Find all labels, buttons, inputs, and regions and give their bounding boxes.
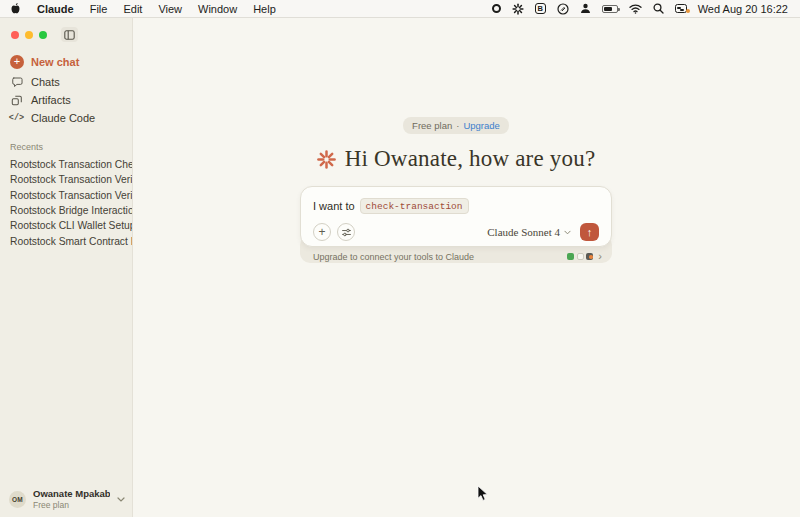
sidebar-item-label: Artifacts [31, 94, 71, 106]
menu-view[interactable]: View [158, 3, 182, 15]
send-button[interactable]: ↑ [580, 223, 599, 241]
prompt-text: I want to [313, 200, 355, 212]
plan-badge: Free plan · Upgrade [403, 117, 509, 134]
menu-bar: Claude File Edit View Window Help B [0, 0, 800, 18]
control-center-icon[interactable] [675, 2, 687, 15]
recent-chat-item[interactable]: Rootstock Smart Contract Deploy... [0, 233, 132, 248]
claude-logo-starburst-icon [317, 150, 336, 169]
minimize-window-button[interactable] [25, 31, 33, 39]
message-composer[interactable]: I want to check-transaction + [300, 186, 612, 247]
spotlight-icon[interactable] [653, 2, 664, 15]
battery-icon[interactable] [602, 2, 618, 15]
b-app-icon[interactable]: B [535, 3, 546, 14]
sidebar-item-chats[interactable]: Chats [0, 74, 132, 90]
recents-heading: Recents [10, 142, 132, 152]
close-window-button[interactable] [11, 31, 19, 39]
model-name: Claude Sonnet 4 [487, 226, 560, 238]
sidebar-toggle-button[interactable] [61, 27, 78, 42]
sliders-icon [341, 227, 352, 238]
sidebar-item-claude-code[interactable]: </> Claude Code [0, 110, 132, 126]
account-name: Owanate Mpakaboari A... [33, 488, 110, 499]
account-plan: Free plan [33, 500, 110, 510]
chevron-down-icon [564, 230, 571, 235]
recent-chat-item[interactable]: Rootstock Transaction Check [0, 157, 132, 172]
main-area: Free plan · Upgrade Hi Owanate, how are … [133, 18, 800, 517]
banner-text: Upgrade to connect your tools to Claude [313, 252, 474, 262]
tools-button[interactable] [337, 223, 355, 241]
connector-icon-green [567, 253, 574, 260]
arrow-up-icon: ↑ [587, 226, 593, 238]
desktop: Claude File Edit View Window Help B [0, 0, 800, 517]
plan-separator: · [456, 120, 459, 131]
record-circle-icon[interactable] [492, 2, 501, 15]
code-icon: </> [10, 113, 23, 123]
menu-help[interactable]: Help [253, 3, 276, 15]
recent-chat-item[interactable]: Rootstock Bridge Interaction [0, 203, 132, 218]
chevron-down-icon [117, 497, 125, 502]
new-chat-label: New chat [31, 56, 79, 68]
connector-app-icons [567, 253, 593, 260]
upgrade-link[interactable]: Upgrade [463, 120, 499, 131]
apple-logo-icon[interactable] [10, 2, 21, 15]
recent-chat-item[interactable]: Rootstock CLI Wallet Setup [0, 218, 132, 233]
avatar: OM [9, 491, 26, 508]
chevron-right-icon: › [598, 251, 602, 262]
chat-bubble-icon [10, 76, 23, 88]
connector-icon-dot [586, 253, 593, 260]
attach-button[interactable]: + [313, 223, 331, 241]
sidebar-item-label: Chats [31, 76, 60, 88]
menu-window[interactable]: Window [198, 3, 237, 15]
window-controls [0, 18, 132, 42]
sidebar-nav: Chats Artifacts </> Claude Code [0, 74, 132, 126]
connector-icon-light [577, 253, 584, 260]
sidebar-item-label: Claude Code [31, 112, 95, 124]
model-selector[interactable]: Claude Sonnet 4 [487, 226, 571, 238]
wifi-icon[interactable] [629, 2, 642, 15]
composer-input-text[interactable]: I want to check-transaction [313, 198, 599, 214]
greeting-text: Hi Owanate, how are you? [345, 146, 596, 172]
user-icon[interactable] [580, 2, 591, 15]
sidebar: + New chat Chats [0, 18, 133, 517]
menu-app-name[interactable]: Claude [37, 3, 74, 15]
zoom-window-button[interactable] [39, 31, 47, 39]
menu-file[interactable]: File [90, 3, 108, 15]
paperclip-icon[interactable] [557, 2, 569, 15]
menu-edit[interactable]: Edit [123, 3, 142, 15]
plus-icon: + [318, 225, 325, 239]
menu-clock[interactable]: Wed Aug 20 16:22 [698, 3, 788, 15]
recents-list: Rootstock Transaction Check Rootstock Tr… [0, 157, 132, 249]
claude-app-window: + New chat Chats [0, 18, 800, 517]
claude-asterisk-icon[interactable] [512, 2, 524, 15]
plus-icon: + [10, 55, 24, 69]
recent-chat-item[interactable]: Rootstock Transaction Verification [0, 188, 132, 203]
greeting-row: Hi Owanate, how are you? [317, 146, 596, 172]
plan-label: Free plan [412, 120, 452, 131]
account-menu[interactable]: OM Owanate Mpakaboari A... Free plan [9, 488, 125, 510]
sidebar-item-artifacts[interactable]: Artifacts [0, 92, 132, 108]
recent-chat-item[interactable]: Rootstock Transaction Verification [0, 172, 132, 187]
new-chat-button[interactable]: + New chat [10, 54, 132, 70]
command-chip[interactable]: check-transaction [360, 198, 469, 214]
artifacts-icon [10, 94, 23, 106]
